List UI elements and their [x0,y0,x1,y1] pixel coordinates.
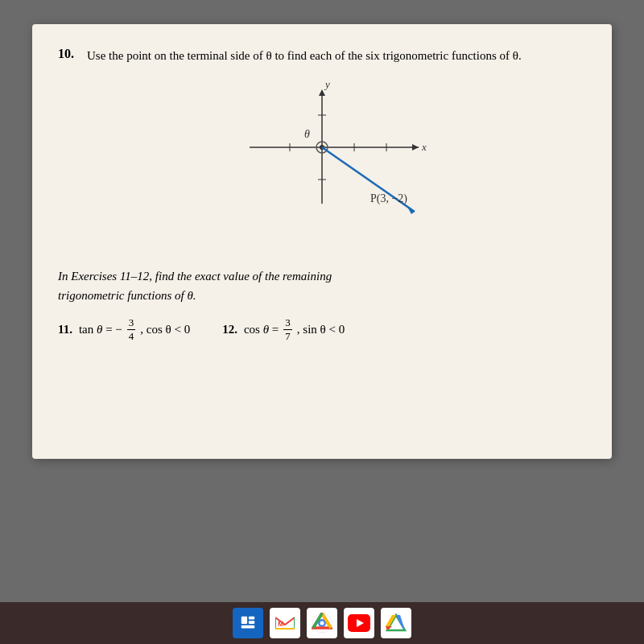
exercises-line1: In Exercises 11–12, find the exact value… [58,266,586,286]
svg-rect-11 [249,621,254,624]
problem-10-text: Use the point on the terminal side of θ … [87,47,522,65]
exercise-11-numerator: 3 [127,316,136,331]
taskbar-drive-icon[interactable] [381,608,411,638]
exercises-intro: In Exercises 11–12, find the exact value… [58,266,586,305]
svg-marker-3 [319,89,325,96]
coordinate-graph: θ x y P(3, −2) [201,75,443,252]
exercise-11-number: 11. [58,323,72,336]
svg-rect-10 [249,617,254,620]
taskbar-files-icon[interactable] [233,608,263,638]
exercise-12-denominator: 7 [283,330,292,344]
exercise-11-denominator: 4 [127,330,136,344]
graph-container: θ x y P(3, −2) [58,75,586,252]
taskbar-gmail-icon[interactable]: M [270,608,300,638]
problem-10-header: 10. Use the point on the terminal side o… [58,47,586,65]
exercises-row: 11. tan θ = − 3 4 , cos θ < 0 12. cos θ … [58,316,586,345]
exercise-11-fraction: 3 4 [127,316,136,345]
taskbar-chrome-icon[interactable] [307,608,337,638]
problem-10-number: 10. [58,47,80,65]
svg-marker-1 [412,144,419,151]
taskbar: M [0,602,644,644]
exercises-line2: trigonometric functions of θ. [58,286,586,305]
exercise-12-number: 12. [222,323,237,336]
theta-label: θ [304,128,310,140]
exercise-11: 11. tan θ = − 3 4 , cos θ < 0 [58,316,190,345]
svg-marker-22 [396,615,405,630]
taskbar-youtube-icon[interactable] [344,608,374,638]
paper-content: 10. Use the point on the terminal side o… [32,24,612,459]
svg-rect-9 [242,617,247,624]
exercise-12-prefix: cos θ = [244,323,279,336]
exercise-12-fraction: 3 7 [283,316,292,345]
exercise-12-numerator: 3 [283,316,292,331]
exercise-11-suffix: , cos θ < 0 [140,323,190,336]
x-axis-label: x [421,141,427,153]
exercise-12-suffix: , sin θ < 0 [297,323,345,336]
svg-point-17 [320,621,324,625]
exercise-12: 12. cos θ = 3 7 , sin θ < 0 [222,316,345,345]
exercise-11-prefix: tan θ = − [79,323,122,336]
y-axis-label: y [324,78,330,90]
svg-rect-12 [242,625,255,629]
point-label: P(3, −2) [370,192,407,205]
svg-text:M: M [278,620,284,628]
